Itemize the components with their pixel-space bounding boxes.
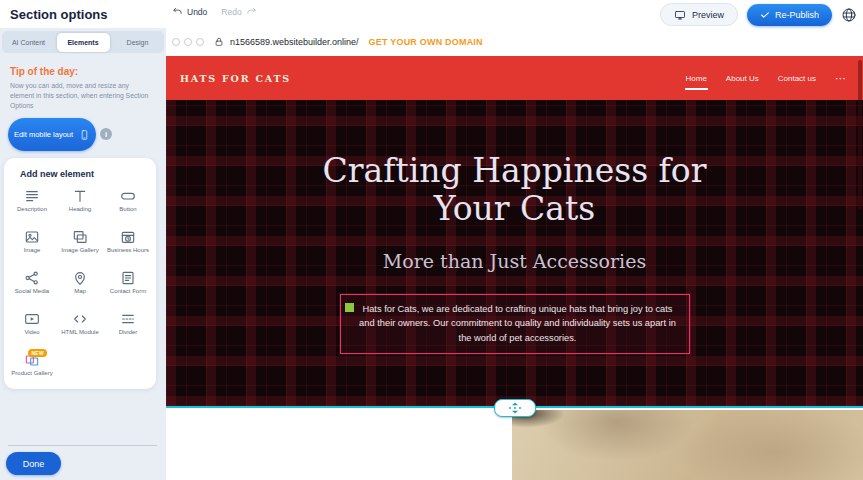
republish-button[interactable]: Re-Publish (747, 4, 832, 26)
undo-icon (172, 6, 183, 17)
element-item-business-hours[interactable]: Business Hours (104, 225, 152, 266)
element-label: HTML Module (61, 329, 98, 336)
element-label: Product Gallery (11, 370, 52, 377)
description-icon (24, 188, 40, 204)
done-button[interactable]: Done (6, 452, 61, 475)
monitor-icon (674, 9, 686, 21)
edit-mobile-label: Edit mobile layout (14, 130, 73, 139)
site-canvas: HATS FOR CATS Home About Us Contact us ⋯… (166, 56, 863, 480)
republish-label: Re-Publish (775, 10, 819, 20)
undo-label: Undo (187, 7, 207, 17)
tip-of-the-day: Tip of the day: Now you can add, move an… (10, 66, 152, 112)
element-label: Heading (69, 206, 91, 213)
site-url: n1566589.websitebuilder.online/ (230, 37, 359, 47)
mobile-phone-icon (79, 128, 90, 142)
element-item-contact-form[interactable]: Contact Form (104, 266, 152, 307)
history-controls: Undo Redo (172, 6, 257, 17)
element-label: Divider (119, 329, 138, 336)
button-icon (120, 188, 136, 204)
resize-arrows-icon (507, 402, 523, 414)
add-element-panel: Add new element Description Heading Butt… (4, 158, 156, 389)
page-scrollbar[interactable] (858, 60, 862, 210)
section-options-sidebar: AI Content Elements Design Tip of the da… (0, 28, 166, 480)
add-element-title: Add new element (4, 158, 156, 182)
element-item-button[interactable]: Button (104, 184, 152, 225)
next-section-area (166, 408, 863, 480)
element-item-social-media[interactable]: Social Media (8, 266, 56, 307)
element-grid: Description Heading Button Image Image G… (4, 182, 156, 389)
image-gallery-icon (72, 229, 88, 245)
element-item-image-gallery[interactable]: Image Gallery (56, 225, 104, 266)
redo-button[interactable]: Redo (221, 6, 256, 17)
edit-mobile-layout-button[interactable]: Edit mobile layout (8, 118, 96, 151)
site-header: HATS FOR CATS Home About Us Contact us ⋯ (166, 56, 863, 100)
element-item-divider[interactable]: Divider (104, 307, 152, 348)
redo-label: Redo (221, 7, 241, 17)
info-button[interactable]: i (100, 128, 112, 140)
element-item-heading[interactable]: Heading (56, 184, 104, 225)
hero-section[interactable]: Crafting Happiness for Your Cats More th… (166, 100, 863, 406)
hero-heading[interactable]: Crafting Happiness for Your Cats (285, 100, 745, 228)
tip-body: Now you can add, move and resize any ele… (10, 81, 152, 112)
element-label: Business Hours (107, 247, 149, 254)
top-toolbar: Section options Undo Redo Preview Re-Pub… (0, 0, 863, 28)
hero-body-text: Hats for Cats, we are dedicated to craft… (359, 304, 676, 343)
nav-contact-us[interactable]: Contact us (777, 71, 817, 86)
section-resize-handle[interactable] (494, 399, 536, 417)
site-nav: Home About Us Contact us ⋯ (685, 71, 848, 86)
element-label: Image Gallery (61, 247, 98, 254)
redo-icon (246, 6, 257, 17)
video-icon (24, 311, 40, 327)
code-icon (72, 311, 88, 327)
element-label: Contact Form (110, 288, 146, 295)
globe-icon (841, 7, 857, 23)
divider-icon (120, 311, 136, 327)
sidebar-tabs: AI Content Elements Design (2, 31, 164, 53)
nav-about-us[interactable]: About Us (725, 71, 760, 86)
element-label: Description (17, 206, 47, 213)
tab-elements[interactable]: Elements (57, 33, 110, 52)
app-window: Section options Undo Redo Preview Re-Pub… (0, 0, 863, 480)
site-logo[interactable]: HATS FOR CATS (180, 73, 291, 84)
preview-button[interactable]: Preview (660, 3, 738, 26)
new-badge: NEW (28, 349, 47, 357)
image-icon (24, 229, 40, 245)
next-section-image[interactable] (512, 410, 863, 480)
window-dot-icon (196, 38, 204, 46)
element-label: Social Media (15, 288, 49, 295)
window-dot-icon (184, 38, 192, 46)
preview-address-bar: n1566589.websitebuilder.online/ GET YOUR… (166, 28, 863, 56)
sidebar-divider (8, 445, 157, 446)
nav-more-icon[interactable]: ⋯ (834, 71, 847, 85)
element-item-map[interactable]: Map (56, 266, 104, 307)
window-dot-icon (172, 38, 180, 46)
element-item-html-module[interactable]: HTML Module (56, 307, 104, 348)
element-label: Map (74, 288, 86, 295)
page-title: Section options (10, 7, 108, 22)
element-drag-handle[interactable] (345, 303, 354, 312)
language-globe-button[interactable] (841, 7, 857, 23)
tab-design[interactable]: Design (111, 31, 164, 53)
hero-text-element-selected[interactable]: Hats for Cats, we are dedicated to craft… (340, 294, 690, 354)
social-media-icon (24, 270, 40, 286)
hero-subheading[interactable]: More than Just Accessories (166, 250, 863, 272)
element-label: Video (24, 329, 39, 336)
element-item-product-gallery[interactable]: NEW Product Gallery (8, 348, 56, 389)
nav-home[interactable]: Home (685, 71, 708, 86)
contact-form-icon (120, 270, 136, 286)
element-item-video[interactable]: Video (8, 307, 56, 348)
tab-ai-content[interactable]: AI Content (2, 31, 55, 53)
element-label: Button (119, 206, 136, 213)
business-hours-icon (120, 229, 136, 245)
element-label: Image (24, 247, 41, 254)
undo-button[interactable]: Undo (172, 6, 207, 17)
heading-icon (72, 188, 88, 204)
tip-title: Tip of the day: (10, 66, 152, 77)
map-pin-icon (72, 270, 88, 286)
toolbar-actions: Preview Re-Publish (660, 3, 857, 26)
element-item-description[interactable]: Description (8, 184, 56, 225)
element-item-image[interactable]: Image (8, 225, 56, 266)
lock-icon (214, 37, 224, 47)
preview-label: Preview (692, 10, 724, 20)
get-domain-link[interactable]: GET YOUR OWN DOMAIN (369, 37, 483, 47)
